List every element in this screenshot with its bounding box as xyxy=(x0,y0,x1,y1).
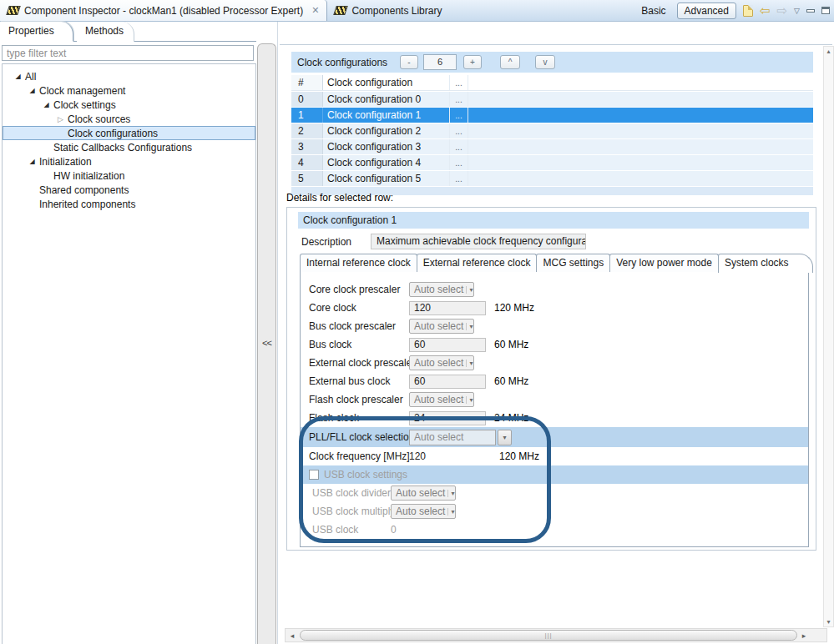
combo-external-clock-prescaler[interactable]: Auto select ▾ xyxy=(409,355,474,370)
view-menu-icon[interactable]: ▽ xyxy=(794,7,800,15)
tree-item-clock-management[interactable]: ◢ Clock management xyxy=(3,83,255,98)
tree-expander-icon[interactable]: ◢ xyxy=(42,101,51,108)
description-row: Description Maximum achievable clock fre… xyxy=(301,234,586,249)
move-down-button[interactable]: v xyxy=(535,55,555,69)
scrollbar-thumb[interactable]: ||| xyxy=(300,630,797,641)
tree-expander-icon[interactable]: ◢ xyxy=(13,73,23,80)
system-clocks-panel: Core clock prescaler Auto select ▾ Core … xyxy=(300,271,809,547)
panel-splitter[interactable]: << xyxy=(257,43,276,644)
tab-components-library-label: Components Library xyxy=(351,5,442,17)
tree-expander-icon[interactable]: ◢ xyxy=(28,158,37,165)
vertical-scrollbar[interactable]: ▴ ▾ xyxy=(823,46,834,627)
combo-usb-clock-multiply[interactable]: Auto select ▾ xyxy=(391,504,456,519)
properties-tree: ◢ All ◢ Clock management ◢ Clock setting… xyxy=(2,63,256,644)
config-row[interactable]: 3 Clock configuration 3 ... xyxy=(291,139,813,154)
usb-clock-settings-checkbox[interactable] xyxy=(309,470,319,480)
clock-configurations-title: Clock configurations xyxy=(297,57,387,68)
config-row-selected[interactable]: 1 Clock configuration 1 ... xyxy=(291,108,813,123)
description-field[interactable]: Maximum achievable clock frequency confi… xyxy=(371,234,586,249)
maximize-icon[interactable] xyxy=(821,7,830,14)
chevron-down-icon: ▾ xyxy=(447,490,454,497)
tab-very-low-power-mode[interactable]: Very low power mode xyxy=(609,254,719,272)
scrollbar-grip-icon: ||| xyxy=(544,631,552,639)
basic-button[interactable]: Basic xyxy=(637,3,670,18)
combo-flash-clock-prescaler[interactable]: Auto select ▾ xyxy=(409,392,474,407)
row-more-button[interactable]: ... xyxy=(450,123,468,138)
bus-clock-computed: 60 MHz xyxy=(494,339,528,350)
tree-item-static-callbacks-configurations[interactable]: Static Callbacks Configurations xyxy=(3,140,255,154)
setting-row: Bus clock 60 60 MHz xyxy=(301,335,808,354)
row-more-button[interactable]: ... xyxy=(450,92,468,107)
setting-row: USB clock 0 xyxy=(301,521,808,539)
row-more-button[interactable]: ... xyxy=(450,171,468,186)
tab-component-inspector[interactable]: Component Inspector - clockMan1 (disable… xyxy=(0,0,327,21)
tree-item-initialization[interactable]: ◢ Initialization xyxy=(3,154,255,169)
combo-usb-clock-divider[interactable]: Auto select ▾ xyxy=(391,486,456,501)
tree-item-all[interactable]: ◢ All xyxy=(3,69,255,83)
view-toolbar: Basic Advanced ⇦ ⇨ ▽ xyxy=(637,0,830,21)
row-more-button[interactable]: ... xyxy=(450,108,468,123)
back-arrow-icon[interactable]: ⇦ xyxy=(760,4,771,17)
core-clock-field[interactable]: 120 xyxy=(409,301,486,315)
remove-config-button[interactable]: - xyxy=(400,55,418,69)
clock-frequency-computed: 120 MHz xyxy=(499,450,539,462)
tree-item-shared-components[interactable]: Shared components xyxy=(3,183,255,197)
config-row[interactable]: 5 Clock configuration 5 ... xyxy=(291,171,813,186)
scroll-right-icon[interactable]: ▸ xyxy=(797,631,811,640)
column-header-name[interactable]: Clock configuration xyxy=(323,75,450,90)
inspector-content: Clock configurations - 6 + ^ v # Clock c… xyxy=(277,22,834,644)
tree-item-clock-configurations[interactable]: Clock configurations xyxy=(3,126,255,140)
config-row[interactable]: 0 Clock configuration 0 ... xyxy=(291,92,813,107)
config-row[interactable]: 2 Clock configuration 2 ... xyxy=(291,123,813,138)
combo-pll-fll-clock-selection[interactable]: Auto select ▾ xyxy=(409,430,512,445)
config-row[interactable]: 4 Clock configuration 4 ... xyxy=(291,155,813,170)
close-icon[interactable]: ✕ xyxy=(311,5,319,16)
tree-expander-icon[interactable]: ◢ xyxy=(28,87,37,94)
advanced-button[interactable]: Advanced xyxy=(677,3,736,19)
tree-item-clock-sources[interactable]: ▷ Clock sources xyxy=(3,112,255,126)
bus-clock-field[interactable]: 60 xyxy=(409,338,486,352)
scroll-up-icon[interactable]: ▴ xyxy=(824,48,833,55)
filter-input[interactable] xyxy=(2,45,254,61)
tree-item-clock-settings[interactable]: ◢ Clock settings xyxy=(3,98,255,112)
config-table: # Clock configuration ... 0 Clock config… xyxy=(291,75,813,195)
row-more-button[interactable]: ... xyxy=(450,155,468,170)
row-more-button[interactable]: ... xyxy=(450,139,468,154)
tree-item-inherited-components[interactable]: Inherited components xyxy=(3,197,255,211)
move-up-button[interactable]: ^ xyxy=(500,55,520,69)
tab-mcg-settings[interactable]: MCG settings xyxy=(536,254,610,272)
column-header-num[interactable]: # xyxy=(291,75,323,90)
minimize-icon[interactable] xyxy=(806,9,815,13)
flash-clock-field[interactable]: 24 xyxy=(409,411,486,425)
combo-core-clock-prescaler[interactable]: Auto select ▾ xyxy=(409,282,474,297)
clock-frequency-value: 120 xyxy=(409,450,491,462)
forward-arrow-icon[interactable]: ⇨ xyxy=(777,4,788,17)
external-bus-clock-computed: 60 MHz xyxy=(494,375,528,387)
tab-external-reference-clock[interactable]: External reference clock xyxy=(417,254,538,272)
tree-expander-icon[interactable]: ▷ xyxy=(56,115,65,123)
scroll-down-icon[interactable]: ▾ xyxy=(824,618,833,626)
tab-methods[interactable]: Methods xyxy=(77,22,134,42)
tab-components-library[interactable]: Components Library xyxy=(327,0,449,21)
details-caption: Details for selected row: xyxy=(286,192,393,204)
clock-detail-tabbar: Internal reference clock External refere… xyxy=(300,254,809,272)
tree-item-hw-initialization[interactable]: HW initialization xyxy=(3,169,255,183)
external-bus-clock-field[interactable]: 60 xyxy=(409,375,486,389)
column-header-more[interactable]: ... xyxy=(450,75,468,90)
divider xyxy=(280,44,832,45)
combo-bus-clock-prescaler[interactable]: Auto select ▾ xyxy=(409,319,474,334)
config-count-field[interactable]: 6 xyxy=(423,54,457,70)
setting-row: Core clock 120 120 MHz xyxy=(301,299,808,317)
scroll-left-icon[interactable]: ◂ xyxy=(286,631,299,640)
tab-internal-reference-clock[interactable]: Internal reference clock xyxy=(300,254,417,272)
tab-system-clocks[interactable]: System clocks xyxy=(718,254,813,273)
chevron-down-icon[interactable]: ▾ xyxy=(498,430,512,445)
add-config-button[interactable]: + xyxy=(463,55,482,69)
new-configuration-icon[interactable] xyxy=(743,5,753,17)
chevron-down-icon: ▾ xyxy=(447,508,454,516)
horizontal-scrollbar[interactable]: ◂ ||| ▸ xyxy=(285,628,827,642)
collapse-left-button[interactable]: << xyxy=(260,338,274,348)
setting-row: Clock frequency [MHz] 120 120 MHz xyxy=(301,447,808,465)
tab-properties[interactable]: Properties xyxy=(0,22,73,42)
chevron-down-icon: ▾ xyxy=(466,323,473,330)
